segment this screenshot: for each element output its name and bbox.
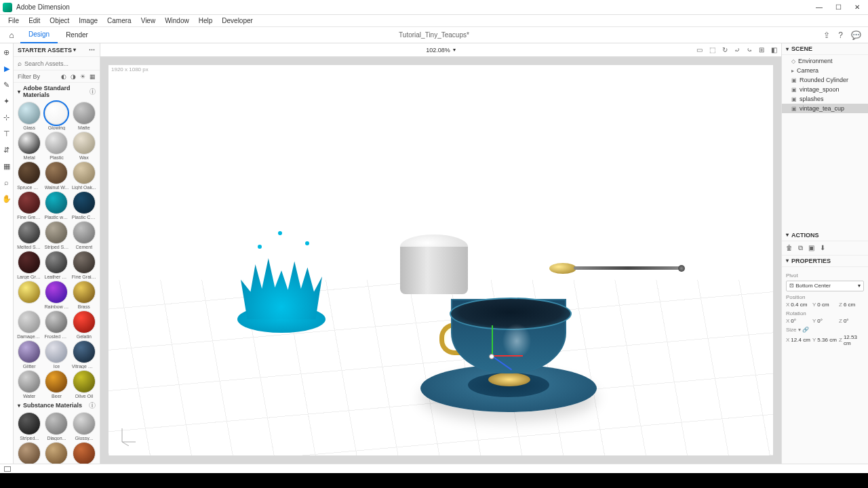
scene-object-spoon[interactable] <box>549 262 685 275</box>
canvas-tool-6[interactable]: ◧ <box>771 46 777 54</box>
material-Ice[interactable]: Ice <box>43 340 69 369</box>
scene-item-splashes[interactable]: ▣splashes <box>782 94 868 104</box>
delete-icon[interactable]: 🗑 <box>786 244 793 252</box>
material-Glossy...[interactable]: Glossy... <box>71 412 97 441</box>
filter-icon-4[interactable]: ▦ <box>90 73 96 80</box>
material-Spruce Wo...[interactable]: Spruce Wo... <box>16 161 42 190</box>
rotation-z[interactable]: Z0° <box>839 318 864 324</box>
canvas-tool-3[interactable]: ⤾ <box>734 46 740 54</box>
canvas-tool-0[interactable]: ▭ <box>696 46 703 54</box>
material-item[interactable] <box>43 442 69 464</box>
scene-item-vintage_spoon[interactable]: ▣vintage_spoon <box>782 85 868 94</box>
group-icon[interactable]: ▣ <box>808 244 814 252</box>
scene-item-rounded-cylinder[interactable]: ▣Rounded Cylinder <box>782 75 868 85</box>
material-Vitrage Gl...[interactable]: Vitrage Gl... <box>71 340 97 369</box>
material-Frosted Gl...[interactable]: Frosted Gl... <box>43 310 69 339</box>
properties-panel-header[interactable]: ▾PROPERTIES <box>782 256 868 267</box>
scene-item-vintage_tea_cup[interactable]: ▣vintage_tea_cup <box>782 104 868 113</box>
canvas-tool-1[interactable]: ⬚ <box>709 46 715 54</box>
menu-help[interactable]: Help <box>195 16 217 25</box>
material-Matte[interactable]: Matte <box>71 102 97 130</box>
material-Plastic Can...[interactable]: Plastic Can... <box>71 191 97 220</box>
material-Rainbow A...[interactable]: Rainbow A... <box>43 281 69 309</box>
scene-item-environment[interactable]: ◇Environment <box>782 56 868 66</box>
material-Fine Green...[interactable]: Fine Green... <box>16 191 42 220</box>
assets-header[interactable]: STARTER ASSETS▾ ⋯ <box>14 43 100 57</box>
scene-object-teacup[interactable] <box>414 289 604 424</box>
pivot-select[interactable]: ⊡ Bottom Center▾ <box>786 281 864 291</box>
maximize-button[interactable]: ☐ <box>830 1 846 14</box>
info-icon[interactable]: i <box>89 402 96 409</box>
tool-9[interactable]: ✋ <box>2 194 12 203</box>
actions-panel-header[interactable]: ▾ACTIONS <box>782 230 868 241</box>
material-item[interactable] <box>71 442 97 464</box>
material-Water[interactable]: Water <box>16 370 42 399</box>
feedback-icon[interactable]: 💬 <box>851 30 861 40</box>
menu-window[interactable]: Window <box>161 16 193 25</box>
minimize-button[interactable]: — <box>811 1 827 14</box>
material-Striped Sto...[interactable]: Striped Sto... <box>43 221 69 249</box>
tool-3[interactable]: ✦ <box>2 96 12 106</box>
tab-render[interactable]: Render <box>58 27 96 43</box>
material-item[interactable] <box>16 281 42 309</box>
info-icon[interactable]: i <box>90 88 96 95</box>
material-Beer[interactable]: Beer <box>43 370 69 399</box>
duplicate-icon[interactable]: ⧉ <box>798 244 803 252</box>
material-Damaged...[interactable]: Damaged... <box>16 310 42 339</box>
menu-image[interactable]: Image <box>75 16 102 25</box>
tool-2[interactable]: ✎ <box>2 80 12 89</box>
rotation-y[interactable]: Y0° <box>812 318 837 324</box>
close-button[interactable]: ✕ <box>849 1 865 14</box>
tool-8[interactable]: ⌕ <box>2 178 12 187</box>
substance-section-header[interactable]: ▾ Substance Materials i <box>14 400 100 411</box>
material-Metal[interactable]: Metal <box>16 131 42 160</box>
material-Leather Gr...[interactable]: Leather Gr... <box>43 251 69 279</box>
menu-edit[interactable]: Edit <box>24 16 44 25</box>
tool-7[interactable]: ▦ <box>2 161 12 171</box>
rotation-x[interactable]: X0° <box>786 318 811 324</box>
tool-6[interactable]: ⇵ <box>2 145 12 155</box>
material-Plastic[interactable]: Plastic <box>43 131 69 160</box>
scene-item-camera[interactable]: ▸Camera <box>782 66 868 75</box>
material-Glass[interactable]: Glass <box>16 102 42 130</box>
menu-view[interactable]: View <box>137 16 160 25</box>
assets-search[interactable]: ⌕ <box>14 57 100 70</box>
menu-camera[interactable]: Camera <box>103 16 136 25</box>
material-Glitter[interactable]: Glitter <box>16 340 42 369</box>
material-Melted Sn...[interactable]: Melted Sn... <box>16 221 42 249</box>
home-button[interactable]: ⌂ <box>3 30 20 40</box>
material-Walnut W...[interactable]: Walnut W... <box>43 161 69 190</box>
filter-icon-3[interactable]: ☀ <box>80 73 85 80</box>
material-Striped...[interactable]: Striped... <box>16 412 42 441</box>
material-Glowing[interactable]: Glowing <box>43 102 69 130</box>
material-Brass[interactable]: Brass <box>71 281 97 309</box>
align-icon[interactable]: ⬇ <box>820 244 825 252</box>
material-Large Grai...[interactable]: Large Grai... <box>16 251 42 279</box>
tool-4[interactable]: ⊹ <box>2 113 12 122</box>
size-x[interactable]: X12.4 cm <box>786 334 811 346</box>
panel-menu-icon[interactable]: ⋯ <box>89 47 96 54</box>
menu-developer[interactable]: Developer <box>218 16 257 25</box>
material-Diagon...[interactable]: Diagon... <box>43 412 69 441</box>
material-Fine Grain...[interactable]: Fine Grain... <box>71 251 97 279</box>
filter-icon-2[interactable]: ◑ <box>71 73 76 80</box>
position-y[interactable]: Y0 cm <box>812 302 837 308</box>
canvas-tool-4[interactable]: ⤿ <box>747 46 752 54</box>
chevron-down-icon[interactable]: ▾ <box>453 47 456 53</box>
tool-1[interactable]: ▶ <box>2 64 12 73</box>
scene-panel-header[interactable]: ▾SCENE <box>782 43 868 55</box>
material-Cement[interactable]: Cement <box>71 221 97 249</box>
share-icon[interactable]: ⇪ <box>823 30 830 40</box>
canvas-tool-5[interactable]: ⊞ <box>759 46 764 54</box>
status-icon[interactable] <box>4 466 11 472</box>
material-Light Oak...[interactable]: Light Oak... <box>71 161 97 190</box>
material-item[interactable] <box>16 442 42 464</box>
search-input[interactable] <box>24 60 85 67</box>
tool-5[interactable]: ⊤ <box>2 129 12 138</box>
size-y[interactable]: Y5.36 cm <box>812 334 837 346</box>
materials-section-header[interactable]: ▾ Adobe Standard Materials i <box>14 83 100 100</box>
menu-object[interactable]: Object <box>45 16 73 25</box>
canvas-tool-2[interactable]: ↻ <box>722 46 728 54</box>
viewport[interactable]: 1920 x 1080 px <box>108 65 773 455</box>
tab-design[interactable]: Design <box>20 27 58 43</box>
